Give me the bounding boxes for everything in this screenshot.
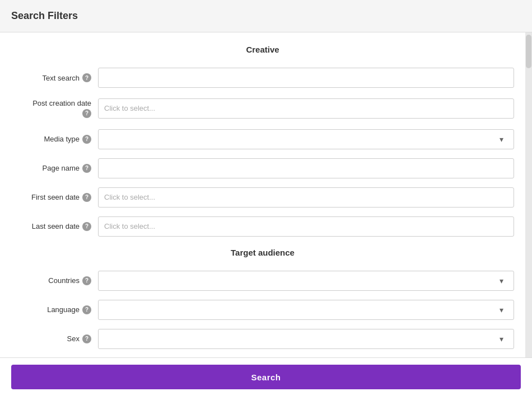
countries-help-icon[interactable]: ? <box>82 276 91 285</box>
media-type-select-wrapper: ▾ <box>98 129 514 149</box>
sex-select-wrapper: ▾ <box>98 329 514 349</box>
text-search-label: Text search ? <box>0 73 98 82</box>
age-row: Age ? <box>0 353 525 358</box>
post-creation-date-label-text: Post creation date <box>32 99 91 107</box>
countries-label-text: Countries <box>48 276 80 285</box>
last-seen-date-placeholder: Click to select... <box>104 222 155 230</box>
footer-bar: Search <box>0 357 532 396</box>
countries-label: Countries ? <box>0 276 98 285</box>
sex-select[interactable] <box>98 329 514 349</box>
search-button[interactable]: Search <box>11 365 521 389</box>
text-search-input[interactable] <box>98 68 514 88</box>
post-creation-date-help-icon[interactable]: ? <box>82 109 91 118</box>
sex-help-icon[interactable]: ? <box>82 334 91 343</box>
countries-select-wrapper: ▾ <box>98 271 514 291</box>
countries-row: Countries ? ▾ <box>0 266 525 295</box>
post-creation-date-label: Post creation date ? <box>0 97 98 120</box>
page-name-input[interactable] <box>98 158 514 178</box>
last-seen-date-row: Last seen date ? Click to select... <box>0 212 525 241</box>
first-seen-date-help-icon[interactable]: ? <box>82 193 91 202</box>
first-seen-date-label-text: First seen date <box>31 193 80 201</box>
title-bar: Search Filters <box>0 0 532 32</box>
post-creation-date-row: Post creation date ? Click to select... <box>0 92 525 125</box>
first-seen-date-row: First seen date ? Click to select... <box>0 183 525 212</box>
scrollbar-track[interactable] <box>525 32 532 357</box>
form-area: Creative Text search ? Post creation dat… <box>0 32 525 357</box>
target-audience-section-header: Target audience <box>0 241 525 266</box>
page-name-label: Page name ? <box>0 164 98 173</box>
language-help-icon[interactable]: ? <box>82 305 91 314</box>
media-type-label: Media type ? <box>0 135 98 144</box>
first-seen-date-label: First seen date ? <box>0 193 98 202</box>
last-seen-date-label: Last seen date ? <box>0 222 98 231</box>
language-select-wrapper: ▾ <box>98 300 514 320</box>
language-label-text: Language <box>47 305 80 314</box>
sex-row: Sex ? ▾ <box>0 324 525 353</box>
last-seen-date-label-text: Last seen date <box>32 222 80 230</box>
page-name-row: Page name ? <box>0 154 525 183</box>
language-select[interactable] <box>98 300 514 320</box>
page-title: Search Filters <box>11 10 78 21</box>
scrollbar-thumb[interactable] <box>526 35 531 68</box>
post-creation-date-placeholder: Click to select... <box>104 104 155 112</box>
media-type-select[interactable] <box>98 129 514 149</box>
first-seen-date-placeholder: Click to select... <box>104 193 155 201</box>
last-seen-date-input[interactable]: Click to select... <box>98 216 514 237</box>
page-name-help-icon[interactable]: ? <box>82 164 91 173</box>
last-seen-date-help-icon[interactable]: ? <box>82 222 91 231</box>
text-search-row: Text search ? <box>0 63 525 92</box>
language-label: Language ? <box>0 305 98 314</box>
media-type-label-text: Media type <box>44 135 80 143</box>
media-type-help-icon[interactable]: ? <box>82 135 91 144</box>
page-container: Search Filters Creative Text search ? Po… <box>0 0 532 396</box>
first-seen-date-input[interactable]: Click to select... <box>98 187 514 208</box>
language-row: Language ? ▾ <box>0 295 525 324</box>
main-content: Creative Text search ? Post creation dat… <box>0 32 532 357</box>
post-creation-date-input[interactable]: Click to select... <box>98 98 514 119</box>
sex-label-text: Sex <box>67 334 80 343</box>
page-name-label-text: Page name <box>43 164 80 172</box>
text-search-label-text: Text search <box>43 74 80 82</box>
post-creation-date-label-line: Post creation date <box>32 99 91 107</box>
creative-section-header: Creative <box>0 38 525 63</box>
sex-label: Sex ? <box>0 334 98 343</box>
countries-select[interactable] <box>98 271 514 291</box>
text-search-help-icon[interactable]: ? <box>82 73 91 82</box>
media-type-row: Media type ? ▾ <box>0 125 525 154</box>
